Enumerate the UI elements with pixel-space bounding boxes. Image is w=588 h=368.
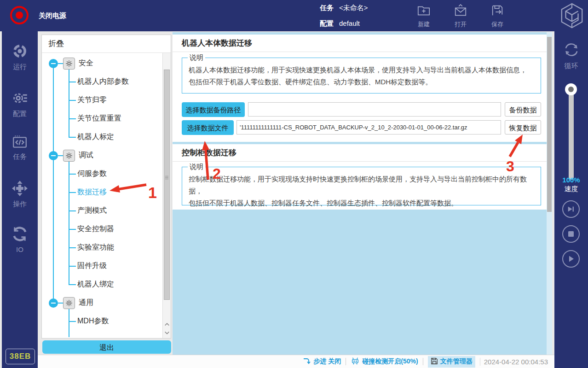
- note-legend: 说明: [188, 53, 205, 62]
- tree-item[interactable]: 产测模式: [42, 202, 162, 220]
- tree-group-debug[interactable]: 调试: [42, 146, 162, 165]
- step-mode-icon: [303, 357, 311, 366]
- tree-item-label: 机器人标定: [77, 132, 114, 142]
- main-scrollbar-thumb[interactable]: [547, 37, 552, 212]
- collapse-minus-icon[interactable]: [49, 59, 58, 68]
- tree-scrollbar-thumb[interactable]: [164, 70, 170, 300]
- tree-item-label: 实验室功能: [77, 243, 114, 252]
- tree-item-data-migration[interactable]: 数据迁移: [42, 183, 162, 202]
- save-task-button[interactable]: 保存: [481, 4, 514, 29]
- power-button[interactable]: [10, 6, 29, 24]
- tree-group-safety[interactable]: 安全: [42, 54, 162, 73]
- scroll-down-button[interactable]: [164, 329, 170, 337]
- open-task-icon: [454, 11, 467, 19]
- collision-detect-status[interactable]: 碰撞检测开启(50%): [351, 357, 418, 367]
- sidebar-item-run[interactable]: 运行: [2, 43, 38, 71]
- sidebar-item-label: IO: [2, 245, 38, 253]
- right-sidebar: 循环 100% 速度: [554, 31, 588, 368]
- step-mode-status[interactable]: 步进 关闭: [303, 357, 341, 366]
- sidebar-item-label: 配置: [2, 110, 38, 118]
- tree-item[interactable]: 机器人内部参数: [42, 73, 162, 91]
- tree-item[interactable]: 实验室功能: [42, 239, 162, 257]
- task-row: 任务 <未命名>: [320, 4, 368, 12]
- new-task-button[interactable]: 新建: [407, 4, 440, 29]
- file-manager-button[interactable]: 文件管理器: [428, 356, 475, 368]
- speed-slider-track[interactable]: [569, 88, 574, 180]
- sidebar-item-configure[interactable]: 配置: [2, 90, 38, 118]
- tree-body: 安全 机器人内部参数 关节归零 关节位置重置 机器人标定 调试 伺服参数 数据迁…: [42, 53, 162, 338]
- collision-detect-icon: [351, 357, 360, 367]
- tree-item-label: 伺服参数: [77, 169, 107, 179]
- note-line2: 包括但不限于机器人数据、控制器任务文件、控制器生态插件、控制器软件配置等数据。: [189, 197, 534, 209]
- statusbar-divider: [423, 358, 423, 365]
- step-forward-button[interactable]: [562, 200, 580, 218]
- tree-item[interactable]: 机器人标定: [42, 128, 162, 146]
- collision-detect-label: 碰撞检测开启(50%): [362, 357, 418, 366]
- system-datetime: 2024-04-22 00:04:53: [480, 358, 548, 366]
- top-bar: 关闭电源 任务 <未命名> 配置 default 新建 打开 保存: [0, 0, 588, 31]
- tree-scrollbar[interactable]: [162, 53, 171, 338]
- backup-data-button[interactable]: 备份数据: [505, 102, 541, 117]
- section1-note-box: 说明 机器人本体数据迁移功能，用于实现快速更换机器人本体场景，使用支持导入与导出…: [182, 58, 541, 93]
- tree-item[interactable]: 关节位置重置: [42, 110, 162, 128]
- tree-item-label: 关节位置重置: [77, 114, 121, 123]
- tree-item[interactable]: 伺服参数: [42, 165, 162, 183]
- tree-group-label: 调试: [79, 151, 93, 160]
- choose-backup-path-button[interactable]: 选择数据备份路径: [182, 102, 245, 117]
- tree-item[interactable]: 安全控制器: [42, 220, 162, 239]
- gear-icon: [63, 297, 75, 309]
- control-cabinet-migration-section: 控制柜数据迁移 说明 控制柜数据迁移功能，用于实现现场支持时快速更换控制柜的场景…: [173, 144, 547, 210]
- data-file-input[interactable]: [236, 120, 501, 134]
- sidebar-item-operate[interactable]: 操作: [2, 180, 38, 209]
- loop-label: 循环: [554, 62, 588, 70]
- section2-note-box: 说明 控制柜数据迁移功能，用于实现现场支持时快速更换控制柜的场景使用，支持导入与…: [182, 167, 541, 205]
- tree-item[interactable]: MDH参数: [42, 312, 162, 331]
- open-task-button[interactable]: 打开: [444, 4, 477, 29]
- collapse-minus-icon[interactable]: [49, 298, 58, 308]
- loop-mode-button[interactable]: 循环: [554, 41, 588, 70]
- gear-icon: [63, 150, 75, 162]
- tree-item-label: 关节归零: [77, 95, 107, 105]
- play-button[interactable]: [562, 250, 580, 268]
- speed-slider-handle[interactable]: [565, 83, 577, 95]
- statusbar-divider: [346, 358, 346, 365]
- tree-item[interactable]: 关节归零: [42, 91, 162, 110]
- open-task-label: 打开: [444, 20, 477, 29]
- tree-collapse-header[interactable]: 折叠: [42, 35, 171, 53]
- tree-item-label: 机器人内部参数: [77, 77, 129, 87]
- gear-icon: [63, 58, 75, 70]
- brand-cube-logo: [559, 2, 584, 31]
- restore-data-button[interactable]: 恢复数据: [505, 120, 541, 134]
- robot-data-migration-section: 机器人本体数据迁移 说明 机器人本体数据迁移功能，用于实现快速更换机器人本体场景…: [173, 35, 547, 142]
- file-manager-label: 文件管理器: [440, 357, 473, 366]
- scroll-up-button[interactable]: [164, 321, 170, 328]
- tree-item-label: 产测模式: [77, 206, 107, 216]
- backup-path-input[interactable]: [248, 102, 501, 117]
- tree-item[interactable]: 机器人绑定: [42, 275, 162, 294]
- sidebar-item-task[interactable]: 任务: [2, 134, 38, 161]
- power-label: 关闭电源: [39, 12, 66, 20]
- new-task-icon: [417, 11, 431, 19]
- tree-group-label: 通用: [79, 298, 93, 308]
- settings-tree-panel: 折叠 安全 机器人内部参数 关节归零 关: [41, 35, 171, 339]
- choose-data-file-button[interactable]: 选择数据文件: [182, 120, 234, 135]
- sidebar-item-io[interactable]: IO: [2, 226, 38, 253]
- collapse-minus-icon[interactable]: [49, 151, 58, 160]
- io-icon: [12, 236, 28, 244]
- tree-item-label: 安全控制器: [77, 224, 114, 234]
- config-label: 配置: [320, 19, 334, 28]
- sidebar-item-label: 运行: [2, 63, 38, 71]
- new-task-label: 新建: [407, 20, 440, 29]
- speed-label: 速度: [554, 185, 588, 193]
- operate-icon: [12, 190, 28, 198]
- tree-item-label-selected: 数据迁移: [77, 187, 107, 197]
- tree-item[interactable]: 固件升级: [42, 257, 162, 275]
- tree-group-general[interactable]: 通用: [42, 294, 162, 312]
- stop-button[interactable]: [562, 225, 580, 243]
- section1-title: 机器人本体数据迁移: [182, 35, 252, 52]
- exit-button[interactable]: 退出: [42, 340, 171, 354]
- task-label: 任务: [320, 4, 334, 12]
- tree-item-label: 固件升级: [77, 261, 107, 271]
- run-icon: [12, 53, 28, 61]
- config-row: 配置 default: [320, 19, 360, 28]
